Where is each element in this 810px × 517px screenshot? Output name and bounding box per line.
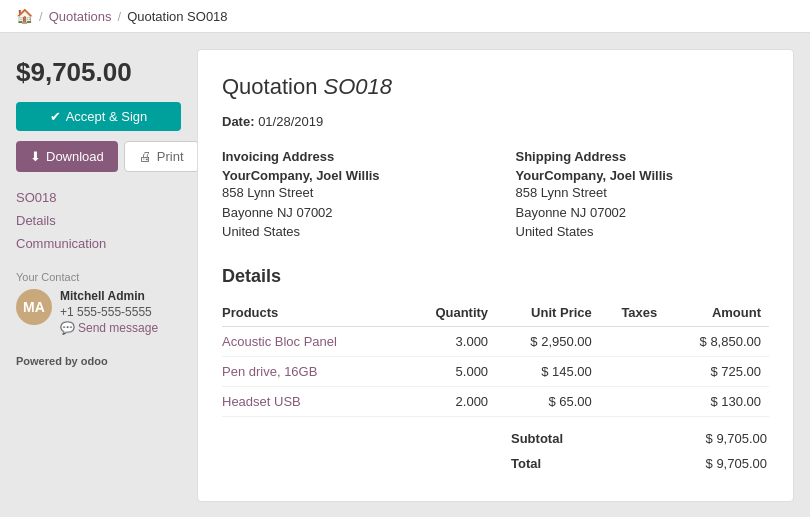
product-link-2[interactable]: Headset USB [222,394,301,409]
subtotal-row: Subtotal $ 9,705.00 [511,427,767,450]
shipping-address-line-3: United States [516,222,770,242]
address-row: Invoicing Address YourCompany, Joel Will… [222,149,769,242]
date-value: 01/28/2019 [258,114,323,129]
print-icon: 🖨 [139,149,152,164]
invoicing-address-company: YourCompany, Joel Willis [222,168,476,183]
totals-table: Subtotal $ 9,705.00 Total $ 9,705.00 [509,425,769,477]
quantity-1: 5.000 [405,356,496,386]
print-button[interactable]: 🖨 Print [124,141,199,172]
shipping-address-line-1: 858 Lynn Street [516,183,770,203]
contact-phone: +1 555-555-5555 [60,305,158,319]
breadcrumb-bar: 🏠 / Quotations / Quotation SO018 [0,0,810,33]
totals-row: Subtotal $ 9,705.00 Total $ 9,705.00 [222,425,769,477]
send-message-link[interactable]: 💬 Send message [60,321,158,335]
quotation-title: Quotation SO018 [222,74,769,100]
table-row: Acoustic Bloc Panel 3.000 $ 2,950.00 $ 8… [222,326,769,356]
unit-price-1: $ 145.00 [496,356,600,386]
quantity-0: 3.000 [405,326,496,356]
contact-label: Your Contact [16,271,181,283]
sidebar-nav-details[interactable]: Details [16,211,181,230]
main-container: $9,705.00 ✔ Accept & Sign ⬇ Download 🖨 P… [0,33,810,517]
sidebar-nav: SO018 Details Communication [16,188,181,253]
invoicing-address-heading: Invoicing Address [222,149,476,164]
taxes-0 [600,326,666,356]
contact-section: Your Contact MA Mitchell Admin +1 555-55… [16,271,181,335]
download-icon: ⬇ [30,149,41,164]
contact-details: Mitchell Admin +1 555-555-5555 💬 Send me… [60,289,158,335]
col-products: Products [222,299,405,327]
col-quantity: Quantity [405,299,496,327]
col-taxes: Taxes [600,299,666,327]
accept-sign-button-sidebar[interactable]: ✔ Accept & Sign [16,102,181,131]
download-print-row: ⬇ Download 🖨 Print [16,141,181,172]
powered-by: Powered by odoo [16,355,181,367]
subtotal-value: $ 9,705.00 [629,427,767,450]
table-row: Pen drive, 16GB 5.000 $ 145.00 $ 725.00 [222,356,769,386]
invoicing-address-line-2: Bayonne NJ 07002 [222,203,476,223]
table-row: Headset USB 2.000 $ 65.00 $ 130.00 [222,386,769,416]
download-button[interactable]: ⬇ Download [16,141,118,172]
shipping-address-heading: Shipping Address [516,149,770,164]
sidebar-nav-communication[interactable]: Communication [16,234,181,253]
taxes-1 [600,356,666,386]
details-section-title: Details [222,266,769,287]
breadcrumb-separator-2: / [118,9,122,24]
shipping-address-line-2: Bayonne NJ 07002 [516,203,770,223]
unit-price-2: $ 65.00 [496,386,600,416]
date-label: Date: [222,114,255,129]
invoicing-address-line-1: 858 Lynn Street [222,183,476,203]
total-row: Total $ 9,705.00 [511,452,767,475]
check-icon: ✔ [50,109,61,124]
avatar: MA [16,289,52,325]
price-display: $9,705.00 [16,49,181,92]
breadcrumb-separator: / [39,9,43,24]
subtotal-label: Subtotal [511,427,627,450]
amount-0: $ 8,850.00 [665,326,769,356]
date-row: Date: 01/28/2019 [222,114,769,129]
col-amount: Amount [665,299,769,327]
invoicing-address-line-3: United States [222,222,476,242]
product-link-1[interactable]: Pen drive, 16GB [222,364,317,379]
taxes-2 [600,386,666,416]
product-link-0[interactable]: Acoustic Bloc Panel [222,334,337,349]
breadcrumb-current: Quotation SO018 [127,9,227,24]
amount-1: $ 725.00 [665,356,769,386]
products-table: Products Quantity Unit Price Taxes Amoun… [222,299,769,417]
home-icon[interactable]: 🏠 [16,8,33,24]
contact-info: MA Mitchell Admin +1 555-555-5555 💬 Send… [16,289,181,335]
sidebar-nav-so018[interactable]: SO018 [16,188,181,207]
content-panel: Quotation SO018 Date: 01/28/2019 Invoici… [197,49,794,502]
breadcrumb-quotations[interactable]: Quotations [49,9,112,24]
quantity-2: 2.000 [405,386,496,416]
shipping-address-block: Shipping Address YourCompany, Joel Willi… [516,149,770,242]
message-icon: 💬 [60,321,75,335]
table-header-row: Products Quantity Unit Price Taxes Amoun… [222,299,769,327]
invoicing-address-block: Invoicing Address YourCompany, Joel Will… [222,149,476,242]
col-unit-price: Unit Price [496,299,600,327]
odoo-brand: odoo [81,355,108,367]
contact-name: Mitchell Admin [60,289,158,303]
unit-price-0: $ 2,950.00 [496,326,600,356]
sidebar: $9,705.00 ✔ Accept & Sign ⬇ Download 🖨 P… [16,49,181,367]
amount-2: $ 130.00 [665,386,769,416]
total-label: Total [511,452,627,475]
shipping-address-company: YourCompany, Joel Willis [516,168,770,183]
total-value: $ 9,705.00 [629,452,767,475]
